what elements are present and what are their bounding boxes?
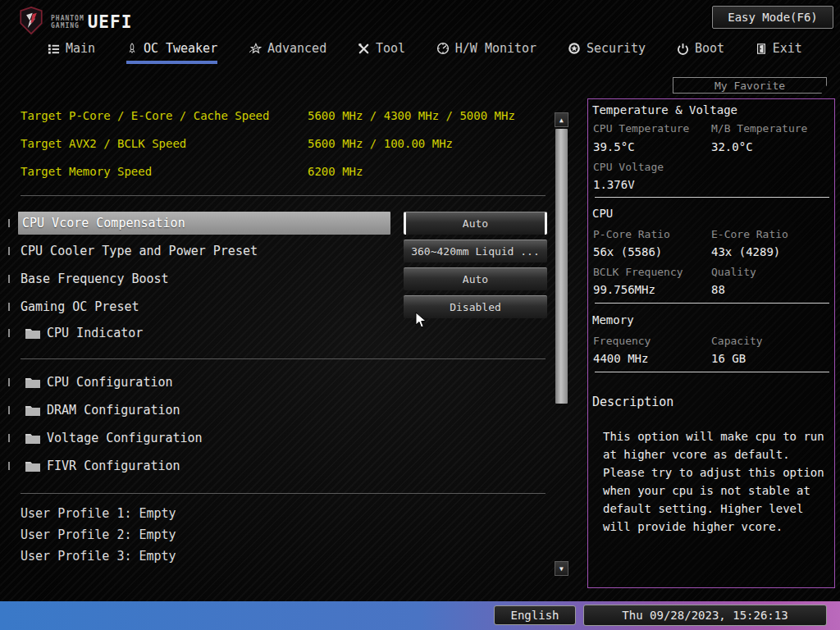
value-base-frequency-boost[interactable]: Auto	[404, 267, 547, 290]
tab-oc-tweaker-label: OC Tweaker	[144, 41, 217, 56]
door-icon	[756, 43, 767, 55]
setting-cpu-vcore-compensation[interactable]: CPU Vcore Compensation	[22, 212, 185, 235]
submenu-cpu-indicator[interactable]: CPU Indicator	[47, 325, 143, 341]
setting-cpu-cooler-preset[interactable]: CPU Cooler Type and Power Preset	[21, 240, 258, 262]
tab-oc-tweaker[interactable]: OC Tweaker	[126, 41, 217, 64]
tab-security[interactable]: Security	[568, 41, 646, 64]
tab-exit-label: Exit	[773, 41, 802, 56]
scrollbar-thumb[interactable]	[555, 129, 568, 404]
submenu-dram-configuration[interactable]: DRAM Configuration	[47, 402, 180, 418]
mouse-cursor	[415, 312, 427, 332]
tab-boot-label: Boot	[695, 41, 724, 56]
target-memory-label: Target Memory Speed	[21, 164, 152, 179]
submenu-voltage-configuration[interactable]: Voltage Configuration	[47, 430, 203, 446]
brand-gaming: GAMING	[51, 22, 84, 30]
panel-divider	[595, 303, 829, 304]
mb-temp-value: 32.0°C	[711, 140, 753, 153]
rocket-icon	[126, 43, 138, 55]
phantom-gaming-shield-icon	[18, 7, 44, 38]
cpu-temp-value: 39.5°C	[593, 140, 635, 153]
pcore-ratio-label: P-Core Ratio	[593, 228, 670, 240]
target-pcore-label: Target P-Core / E-Core / Cache Speed	[21, 108, 269, 123]
target-pcore-value: 5600 MHz / 4300 MHz / 5000 MHz	[308, 108, 515, 123]
tab-tool-label: Tool	[376, 41, 405, 56]
power-icon	[677, 43, 689, 55]
datetime-display: Thu 09/28/2023, 15:26:13	[583, 605, 827, 626]
value-cpu-vcore-compensation[interactable]: Auto	[404, 212, 547, 235]
row-tick	[8, 329, 10, 337]
divider	[21, 195, 546, 196]
quality-value: 88	[711, 283, 725, 296]
cpu-voltage-label: CPU Voltage	[593, 161, 664, 173]
cpu-temp-label: CPU Temperature	[593, 122, 689, 135]
section-temp-voltage-title: Temperature & Voltage	[592, 103, 737, 116]
tools-icon	[358, 43, 370, 55]
brand-phantom: PHANTOM	[51, 15, 84, 22]
cpu-voltage-value: 1.376V	[593, 178, 635, 191]
row-tick	[8, 434, 10, 442]
tab-boot[interactable]: Boot	[677, 41, 724, 64]
user-profile-2[interactable]: User Profile 2: Empty	[21, 527, 176, 543]
ecore-ratio-value: 43x (4289)	[711, 245, 780, 258]
row-tick	[8, 406, 10, 414]
folder-icon	[25, 377, 41, 392]
folder-icon	[25, 327, 41, 343]
memory-frequency-label: Frequency	[593, 335, 651, 347]
tab-security-label: Security	[587, 41, 646, 56]
user-profile-1[interactable]: User Profile 1: Empty	[21, 505, 176, 522]
scroll-down-button[interactable]: ▼	[555, 561, 568, 576]
divider	[21, 358, 546, 359]
tab-hw-monitor-label: H/W Monitor	[455, 41, 536, 56]
target-avx2-value: 5600 MHz / 100.00 MHz	[308, 136, 453, 151]
brand-logo: PHANTOM GAMING UEFI	[18, 7, 132, 38]
setting-base-frequency-boost[interactable]: Base Frequency Boost	[21, 267, 169, 290]
row-tick	[8, 462, 10, 470]
user-profile-3[interactable]: User Profile 3: Empty	[21, 548, 176, 564]
memory-capacity-label: Capacity	[711, 335, 763, 347]
submenu-cpu-configuration[interactable]: CPU Configuration	[47, 374, 173, 390]
panel-divider	[595, 197, 829, 198]
menu-list-icon	[48, 43, 60, 55]
folder-icon	[25, 404, 41, 420]
down-arrow-icon: ▼	[559, 565, 564, 573]
section-cpu-title: CPU	[592, 207, 613, 220]
folder-icon	[25, 432, 41, 448]
value-cpu-cooler-preset[interactable]: 360~420mm Liquid ...	[404, 240, 547, 262]
language-button[interactable]: English	[494, 605, 576, 625]
brand-uefi: UEFI	[88, 12, 133, 32]
tab-advanced[interactable]: Advanced	[249, 41, 326, 64]
brand-text-small: PHANTOM GAMING	[51, 15, 84, 30]
gauge-icon	[436, 42, 450, 55]
bios-screen: PHANTOM GAMING UEFI Easy Mode(F6) Main O…	[0, 0, 840, 630]
description-title: Description	[592, 395, 673, 409]
tab-main[interactable]: Main	[48, 41, 95, 64]
row-tick	[8, 247, 10, 255]
tab-tool[interactable]: Tool	[358, 41, 405, 64]
badge-icon	[568, 42, 581, 55]
ecore-ratio-label: E-Core Ratio	[711, 228, 788, 240]
up-arrow-icon: ▲	[559, 116, 564, 124]
nav-bar: Main OC Tweaker Advanced Tool H/W Monito…	[48, 41, 802, 64]
tab-exit[interactable]: Exit	[756, 41, 802, 64]
target-avx2-label: Target AVX2 / BCLK Speed	[21, 136, 186, 151]
mb-temp-label: M/B Temperature	[711, 122, 807, 135]
panel-divider	[595, 372, 829, 372]
section-memory-title: Memory	[592, 313, 634, 326]
memory-frequency-value: 4400 MHz	[593, 352, 648, 365]
target-memory-value: 6200 MHz	[308, 164, 363, 179]
setting-gaming-oc-preset[interactable]: Gaming OC Preset	[21, 295, 139, 318]
footer-bar: English Thu 09/28/2023, 15:26:13	[0, 601, 840, 630]
description-text: This option will make cpu to run at high…	[603, 427, 829, 536]
bclk-frequency-label: BCLK Frequency	[593, 266, 683, 278]
easy-mode-button[interactable]: Easy Mode(F6)	[712, 6, 833, 29]
tab-main-label: Main	[66, 41, 95, 56]
submenu-fivr-configuration[interactable]: FIVR Configuration	[47, 458, 180, 474]
divider	[21, 493, 546, 494]
bclk-frequency-value: 99.756MHz	[593, 283, 655, 296]
row-tick	[8, 219, 10, 227]
row-tick	[8, 378, 10, 386]
my-favorite-button[interactable]: My Favorite	[673, 77, 827, 94]
tab-hw-monitor[interactable]: H/W Monitor	[436, 41, 536, 64]
scroll-up-button[interactable]: ▲	[555, 112, 568, 127]
star-icon	[249, 43, 262, 55]
